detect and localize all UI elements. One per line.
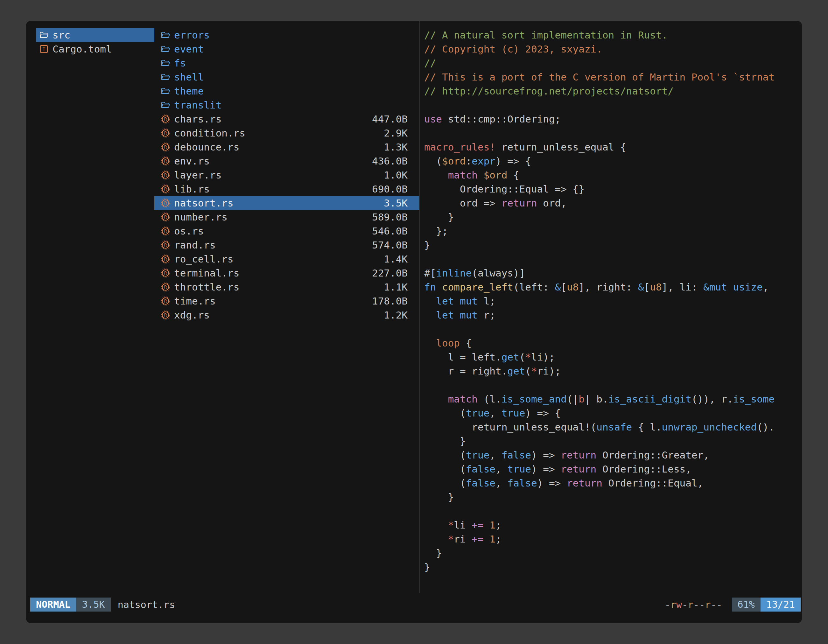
file-row[interactable]: src: [36, 28, 154, 42]
file-name: theme: [174, 85, 204, 97]
folder-icon: [161, 100, 170, 110]
folder-icon: [161, 58, 170, 68]
code-line: }: [424, 238, 802, 252]
file-size-badge: 3.5K: [76, 597, 110, 611]
file-size: 1.4K: [384, 253, 408, 265]
rust-icon: [161, 212, 170, 222]
code-line: return_unless_equal!(unsafe { l.unwrap_u…: [424, 420, 802, 434]
file-name: Cargo.toml: [52, 43, 112, 55]
code-line: match (l.is_some_and(|b| b.is_ascii_digi…: [424, 392, 802, 406]
file-size: 178.0B: [372, 295, 408, 307]
file-name: os.rs: [174, 225, 204, 237]
file-row[interactable]: env.rs436.0B: [154, 154, 419, 168]
code-line: let mut l;: [424, 294, 802, 308]
status-bar: NORMAL 3.5K natsort.rs -rw-r--r-- 61% 13…: [30, 597, 801, 611]
current-directory-pane: errorseventfsshellthemetranslitchars.rs4…: [154, 21, 419, 593]
file-size: 3.5K: [384, 197, 408, 209]
code-line: // A natural sort implementation in Rust…: [424, 28, 802, 42]
file-name: layer.rs: [174, 169, 221, 181]
code-line: }: [424, 434, 802, 448]
code-line: // This is a port of the C version of Ma…: [424, 70, 802, 84]
file-row[interactable]: terminal.rs227.0B: [154, 266, 419, 280]
file-size: 1.1K: [384, 281, 408, 293]
file-row[interactable]: time.rs178.0B: [154, 294, 419, 308]
code-line: *ri += 1;: [424, 532, 802, 546]
file-name: debounce.rs: [174, 141, 239, 153]
file-name: natsort.rs: [174, 197, 234, 209]
rust-icon: [161, 310, 170, 320]
file-row[interactable]: layer.rs1.0K: [154, 168, 419, 182]
file-size: 1.2K: [384, 309, 408, 321]
file-name: errors: [174, 29, 210, 41]
status-bar-left: NORMAL 3.5K natsort.rs: [30, 597, 175, 611]
file-size: 690.0B: [372, 183, 408, 195]
code-line: [424, 126, 802, 140]
folder-icon: [161, 72, 170, 82]
rust-icon: [161, 268, 170, 278]
file-row[interactable]: event: [154, 42, 419, 56]
code-line: Ordering::Equal => {}: [424, 182, 802, 196]
file-row[interactable]: lib.rs690.0B: [154, 182, 419, 196]
file-name: throttle.rs: [174, 281, 239, 293]
code-line: (true, false) => return Ordering::Greate…: [424, 448, 802, 462]
permissions-text: -rw-r--r--: [665, 599, 722, 610]
rust-icon: [161, 282, 170, 292]
cursor-position-badge: 13/21: [761, 597, 801, 611]
file-name: rand.rs: [174, 239, 216, 251]
code-line: };: [424, 224, 802, 238]
panes-container: srcCargo.toml errorseventfsshellthemetra…: [26, 21, 802, 593]
code-line: loop {: [424, 336, 802, 350]
file-row[interactable]: Cargo.toml: [36, 42, 154, 56]
file-size: 1.3K: [384, 141, 408, 153]
file-size: 227.0B: [372, 267, 408, 279]
code-line: ($ord:expr) => {: [424, 154, 802, 168]
rust-icon: [161, 296, 170, 306]
file-name: number.rs: [174, 211, 227, 223]
file-row[interactable]: ro_cell.rs1.4K: [154, 252, 419, 266]
code-line: }: [424, 560, 802, 574]
rust-icon: [161, 128, 170, 138]
file-row[interactable]: errors: [154, 28, 419, 42]
folder-icon: [161, 86, 170, 96]
code-line: [424, 322, 802, 336]
rust-icon: [161, 254, 170, 264]
code-line: macro_rules! return_unless_equal {: [424, 140, 802, 154]
file-row[interactable]: translit: [154, 98, 419, 112]
file-row[interactable]: os.rs546.0B: [154, 224, 419, 238]
code-line: match $ord {: [424, 168, 802, 182]
code-line: [424, 504, 802, 518]
file-name: condition.rs: [174, 127, 245, 139]
file-name: ro_cell.rs: [174, 253, 234, 265]
rust-icon: [161, 156, 170, 166]
file-name: shell: [174, 71, 204, 83]
code-line: [424, 98, 802, 112]
file-size: 447.0B: [372, 113, 408, 125]
code-line: // http://sourcefrog.net/projects/natsor…: [424, 84, 802, 98]
code-line: //: [424, 56, 802, 70]
file-row[interactable]: theme: [154, 84, 419, 98]
file-row[interactable]: debounce.rs1.3K: [154, 140, 419, 154]
file-row[interactable]: number.rs589.0B: [154, 210, 419, 224]
code-line: (true, true) => {: [424, 406, 802, 420]
folder-icon: [161, 30, 170, 40]
rust-icon: [161, 240, 170, 250]
file-row[interactable]: natsort.rs3.5K: [154, 196, 419, 210]
file-row[interactable]: fs: [154, 56, 419, 70]
file-row[interactable]: xdg.rs1.2K: [154, 308, 419, 322]
file-name: lib.rs: [174, 183, 210, 195]
file-row[interactable]: throttle.rs1.1K: [154, 280, 419, 294]
file-row[interactable]: condition.rs2.9K: [154, 126, 419, 140]
file-name: translit: [174, 99, 221, 111]
rust-icon: [161, 226, 170, 236]
file-row[interactable]: shell: [154, 70, 419, 84]
file-size: 2.9K: [384, 127, 408, 139]
scroll-percent-badge: 61%: [732, 597, 761, 611]
code-line: [424, 378, 802, 392]
code-line: }: [424, 546, 802, 560]
rust-icon: [161, 114, 170, 124]
code-line: [424, 252, 802, 266]
mode-badge: NORMAL: [30, 597, 76, 611]
file-size: 574.0B: [372, 239, 408, 251]
file-row[interactable]: rand.rs574.0B: [154, 238, 419, 252]
file-row[interactable]: chars.rs447.0B: [154, 112, 419, 126]
